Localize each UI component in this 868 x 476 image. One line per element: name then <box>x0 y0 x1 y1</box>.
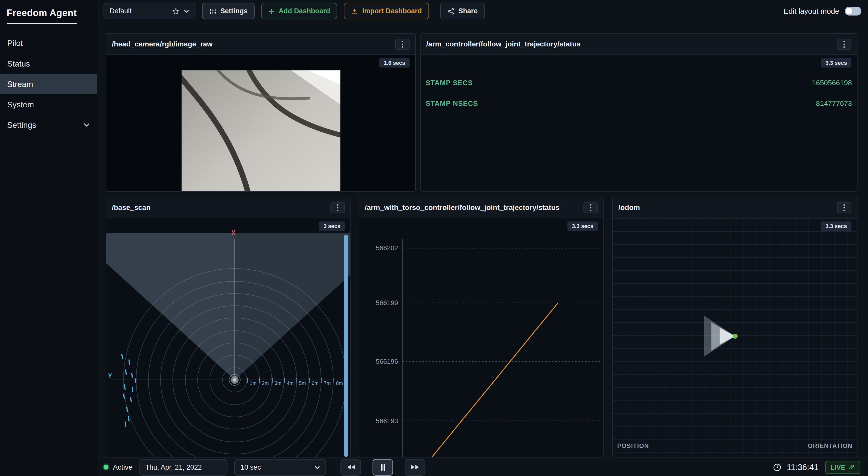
field-value: 1650566198 <box>812 79 852 87</box>
panel-arm-status: /arm_controller/follow_joint_trajectory/… <box>420 33 858 191</box>
pause-button[interactable] <box>373 459 393 475</box>
panel-base-scan: /base_scan 3 secs <box>106 197 351 457</box>
y-tick-label: 566199 <box>376 299 398 307</box>
sidebar-item-status[interactable]: Status <box>0 53 97 73</box>
kebab-icon <box>843 40 845 48</box>
rewind-button[interactable] <box>341 459 361 475</box>
bottom-bar: Active Thu, Apr, 21, 2022 10 sec <box>97 457 868 476</box>
sidebar-item-settings[interactable]: Settings <box>0 115 97 135</box>
date-value: Thu, Apr, 21, 2022 <box>145 463 202 471</box>
add-dashboard-label: Add Dashboard <box>279 7 330 15</box>
rewind-icon <box>346 464 355 470</box>
fast-forward-button[interactable] <box>405 459 425 475</box>
topbar: Default Settings <box>97 0 868 22</box>
panel-odom: /odom 3.3 secs POSITION ORIENTATION <box>612 197 858 457</box>
range-label: 7m <box>324 380 331 386</box>
range-label: 5m <box>299 380 306 386</box>
share-button[interactable]: Share <box>440 3 485 20</box>
dashboard-select[interactable]: Default <box>103 3 195 20</box>
plot-scrollbar[interactable] <box>344 235 348 457</box>
orientation-label: ORIENTATION <box>808 443 852 449</box>
range-label: 6m <box>312 380 318 386</box>
playback-controls <box>341 459 425 475</box>
edit-layout-label: Edit layout mode <box>784 7 839 15</box>
odom-plot: POSITION ORIENTATION <box>613 218 857 457</box>
sidebar-item-label: Status <box>7 59 30 68</box>
sidebar-item-label: Pilot <box>7 38 23 48</box>
settings-button[interactable]: Settings <box>202 3 255 20</box>
stamp-secs-chart: 566202 566199 566196 566193 <box>359 218 603 457</box>
status-fields: STAMP SECS 1650566198 STAMP NSECS 814777… <box>421 55 857 191</box>
panel-menu-button[interactable] <box>837 202 851 213</box>
sidebar-nav: Pilot Status Stream System Settings <box>0 33 97 135</box>
kebab-icon <box>843 204 845 211</box>
star-icon[interactable] <box>172 7 179 14</box>
sidebar-item-pilot[interactable]: Pilot <box>0 33 97 53</box>
panel-title: /arm_with_torso_controller/follow_joint_… <box>365 203 560 212</box>
status-field-row: STAMP NSECS 814777673 <box>421 93 857 114</box>
link-icon <box>848 464 855 470</box>
download-icon <box>351 7 358 14</box>
app-root: Freedom Agent Pilot Status Stream System… <box>0 0 868 476</box>
axis-x-label: X <box>231 229 235 236</box>
odom-robot-marker <box>613 218 857 457</box>
range-label: 3m <box>275 380 281 386</box>
sidebar-item-label: System <box>7 100 34 109</box>
panel-menu-button[interactable] <box>395 38 409 50</box>
status-label: Active <box>113 463 133 471</box>
field-label: STAMP SECS <box>426 79 473 87</box>
sidebar-item-system[interactable]: System <box>0 94 97 115</box>
panel-title: /head_camera/rgb/image_raw <box>112 40 213 48</box>
panel-menu-button[interactable] <box>331 202 345 213</box>
sidebar-item-label: Settings <box>7 120 36 129</box>
kebab-icon <box>590 204 592 211</box>
age-badge: 1.6 secs <box>379 58 409 68</box>
fast-forward-icon <box>411 464 420 470</box>
live-label: LIVE <box>831 464 845 470</box>
tune-icon <box>209 7 216 14</box>
app-title: Freedom Agent <box>7 8 77 24</box>
chevron-down-icon <box>315 466 320 469</box>
position-label: POSITION <box>617 443 649 449</box>
y-tick-label: 566202 <box>376 244 398 252</box>
live-button[interactable]: LIVE <box>825 460 860 474</box>
pause-icon <box>380 464 386 470</box>
panel-menu-button[interactable] <box>837 38 851 50</box>
add-dashboard-button[interactable]: Add Dashboard <box>261 3 337 20</box>
chevron-down-icon <box>84 123 90 127</box>
agent-status: Active <box>103 463 133 471</box>
field-value: 814777673 <box>816 99 852 108</box>
kebab-icon <box>401 40 404 48</box>
share-icon <box>447 7 455 14</box>
age-badge: 3.3 secs <box>821 58 851 68</box>
camera-image <box>181 70 340 191</box>
y-tick-label: 566193 <box>376 417 398 425</box>
dashboard-select-value: Default <box>110 7 131 15</box>
panel-arm-torso-chart: /arm_with_torso_controller/follow_joint_… <box>359 197 604 457</box>
interval-select[interactable]: 10 sec <box>234 459 326 475</box>
panel-title: /arm_controller/follow_joint_trajectory/… <box>426 40 581 48</box>
range-label: 8m <box>336 380 343 386</box>
chevron-down-icon <box>184 9 189 13</box>
sidebar-item-stream[interactable]: Stream <box>0 74 97 94</box>
panel-header: /arm_controller/follow_joint_trajectory/… <box>421 34 857 55</box>
edit-layout-toggle[interactable] <box>845 7 861 16</box>
range-label: 2m <box>262 380 269 386</box>
age-badge: 3.3 secs <box>567 221 598 231</box>
sidebar-item-label: Stream <box>7 80 33 89</box>
age-badge: 3.3 secs <box>821 221 851 231</box>
content-area: Default Settings <box>97 0 868 476</box>
y-tick-label: 566196 <box>376 358 398 365</box>
date-input[interactable]: Thu, Apr, 21, 2022 <box>139 459 228 475</box>
import-dashboard-button[interactable]: Import Dashboard <box>344 3 429 20</box>
panel-title: /base_scan <box>112 203 151 212</box>
panel-header: /base_scan <box>106 197 350 218</box>
line-chart-svg: 566202 566199 566196 566193 <box>359 218 603 457</box>
stamp-secs-series-line <box>426 303 558 457</box>
odom-heading-dot <box>733 334 738 339</box>
time-display: 11:36:41 <box>787 463 818 472</box>
panel-menu-button[interactable] <box>583 202 598 213</box>
laser-scan-svg: X Y 1m 2m 3m 4m 5m 6m <box>106 218 350 457</box>
panel-header: /odom <box>613 197 857 218</box>
laser-scan-plot: X Y 1m 2m 3m 4m 5m 6m <box>106 218 350 457</box>
